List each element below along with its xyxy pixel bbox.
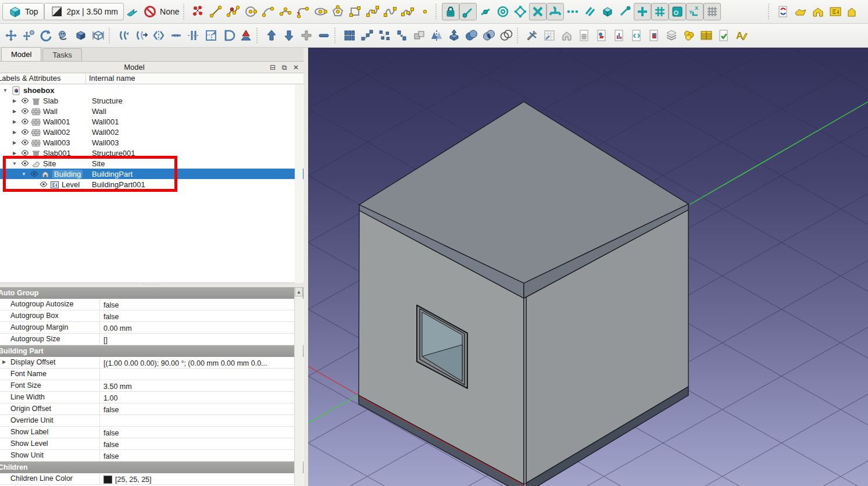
draft-point-button[interactable]: [416, 3, 434, 20]
property-row[interactable]: Show Unitfalse: [0, 450, 303, 462]
expander-closed-icon[interactable]: ▶: [12, 109, 17, 114]
draft-coordinates-button[interactable]: [190, 3, 207, 20]
visibility-eye-icon[interactable]: [21, 117, 29, 126]
tree-row-wall001[interactable]: ▶Wall001Wall001: [0, 116, 303, 127]
draft-to-sketch-button[interactable]: [220, 27, 237, 44]
draft-copy-button[interactable]: [20, 27, 37, 44]
property-value[interactable]: false: [100, 427, 303, 438]
draft-clone-button[interactable]: [410, 27, 428, 44]
draft-ellipse-button[interactable]: [312, 3, 329, 20]
property-row[interactable]: ▶Display Offset[(1.00 0.00 0.00); 90.00 …: [0, 357, 303, 369]
expander-closed-icon[interactable]: ▶: [12, 151, 17, 156]
property-row[interactable]: Show Levelfalse: [0, 438, 303, 450]
scrollbar-up-icon[interactable]: ▲: [295, 287, 303, 296]
property-row[interactable]: Show Labelfalse: [0, 427, 303, 438]
snap-angle-button[interactable]: [512, 3, 529, 20]
tree-row-building[interactable]: ▼BuildingBuildingPart: [0, 169, 303, 179]
panel-splitter-handle[interactable]: ······: [0, 283, 303, 287]
expander-closed-icon[interactable]: ▶: [12, 98, 17, 103]
draft-stretch-button[interactable]: [185, 27, 202, 44]
draft-arc-3points-button[interactable]: [277, 3, 294, 20]
image-plane-button[interactable]: [593, 27, 610, 44]
tree-row-wall002[interactable]: ▶Wall002Wall002: [0, 127, 303, 137]
tree-item-label[interactable]: Wall003: [43, 138, 70, 147]
bim-project-button[interactable]: [774, 3, 792, 20]
tree-row-level[interactable]: LevelBuildingPart001: [0, 179, 303, 190]
snap-intersection-button[interactable]: [634, 3, 651, 20]
visibility-eye-icon[interactable]: [21, 138, 29, 146]
material-button[interactable]: [680, 27, 698, 44]
snap-endpoint-button[interactable]: [459, 3, 477, 20]
property-row[interactable]: Autogroup Margin0.00 mm: [0, 322, 303, 334]
snap-center-button[interactable]: [494, 3, 512, 20]
autogroup-none-button-button[interactable]: None: [141, 3, 181, 20]
tree-item-label[interactable]: Building: [52, 170, 83, 178]
expander-open-icon[interactable]: ▼: [21, 171, 27, 177]
property-value[interactable]: false: [100, 438, 303, 449]
snap-grid-lines-button[interactable]: [703, 3, 721, 20]
snap-dimensions-button[interactable]: XY: [686, 3, 703, 20]
arch-reference-button[interactable]: [558, 27, 576, 44]
snap-lock-button[interactable]: [442, 3, 459, 20]
3d-viewport[interactable]: [308, 48, 868, 486]
draft-mirror-button[interactable]: [428, 27, 445, 44]
dock-splitter[interactable]: [303, 48, 308, 486]
property-row[interactable]: Line Width1.00: [0, 392, 303, 403]
property-value[interactable]: false: [100, 299, 303, 310]
tree-row-wall003[interactable]: ▶Wall003Wall003: [0, 137, 303, 148]
draft-downgrade-button[interactable]: [280, 27, 298, 44]
tab-model[interactable]: Model: [1, 47, 41, 61]
property-value[interactable]: 3.50 mm: [100, 380, 303, 391]
property-value[interactable]: [100, 369, 303, 380]
draft-split-button[interactable]: [150, 27, 167, 44]
tree-item-label[interactable]: Wall: [43, 107, 58, 116]
column-internal-name[interactable]: Internal name: [86, 73, 135, 84]
visibility-eye-icon[interactable]: [21, 149, 29, 157]
snap-extension-button[interactable]: [564, 3, 581, 20]
snap-perpendicular-button[interactable]: [546, 3, 564, 20]
draft-fillet-button[interactable]: [294, 3, 312, 20]
tab-tasks[interactable]: Tasks: [42, 48, 81, 61]
draft-bezier-button[interactable]: [381, 3, 399, 20]
bim-space-button[interactable]: [844, 3, 862, 20]
line-width-button-button[interactable]: 2px | 3.50 mm: [44, 3, 124, 20]
annotation-styles-button[interactable]: A: [733, 27, 750, 44]
tree-item-label[interactable]: Level: [62, 180, 80, 189]
expander-closed-icon[interactable]: ▶: [12, 140, 17, 145]
property-row[interactable]: Font Size3.50 mm: [0, 380, 303, 392]
visibility-eye-icon[interactable]: [40, 180, 48, 188]
property-expander-icon[interactable]: ▶: [2, 359, 6, 364]
tree-row-slab[interactable]: ▶SlabStructure: [0, 95, 303, 106]
tree-row-wall[interactable]: ▶WallWall: [0, 106, 303, 116]
preflight-checks-button[interactable]: [715, 27, 733, 44]
draft-polyline-button[interactable]: [224, 3, 242, 20]
expander-open-icon[interactable]: ▼: [2, 88, 8, 93]
property-value[interactable]: []: [100, 334, 303, 345]
draft-join-button[interactable]: [167, 27, 185, 44]
property-row[interactable]: Override Unit: [0, 415, 303, 427]
working-plane-proxy-button[interactable]: [541, 27, 558, 44]
draft-upgrade-button[interactable]: [263, 27, 280, 44]
view-direction-button-button[interactable]: Top: [2, 3, 44, 20]
visibility-eye-icon[interactable]: [30, 170, 38, 178]
draft-delete-point-button[interactable]: [315, 27, 333, 44]
boolean-union-button[interactable]: [463, 27, 480, 44]
report-button[interactable]: [610, 27, 628, 44]
snap-toggle-button[interactable]: [669, 3, 686, 20]
draft-rotate-button[interactable]: [37, 27, 55, 44]
draft-move-button[interactable]: [2, 27, 20, 44]
upgrade-shape-button[interactable]: [72, 27, 90, 44]
expander-closed-icon[interactable]: ▶: [12, 119, 17, 124]
panel-close-icon[interactable]: ✕: [292, 63, 300, 72]
markup-document-button[interactable]: [628, 27, 645, 44]
panel-minimize-icon[interactable]: ⊟: [269, 63, 277, 72]
shape-2d-view-button[interactable]: [237, 27, 255, 44]
schedule-button[interactable]: [698, 27, 715, 44]
draft-line-button[interactable]: [207, 3, 224, 20]
draft-bspline-button[interactable]: [364, 3, 381, 20]
property-row[interactable]: Autogroup Autosizefalse: [0, 299, 303, 310]
draft-add-point-button[interactable]: [298, 27, 315, 44]
property-value[interactable]: false: [100, 403, 303, 414]
tree-item-label[interactable]: Wall001: [43, 117, 70, 126]
expander-closed-icon[interactable]: ▶: [12, 130, 17, 135]
